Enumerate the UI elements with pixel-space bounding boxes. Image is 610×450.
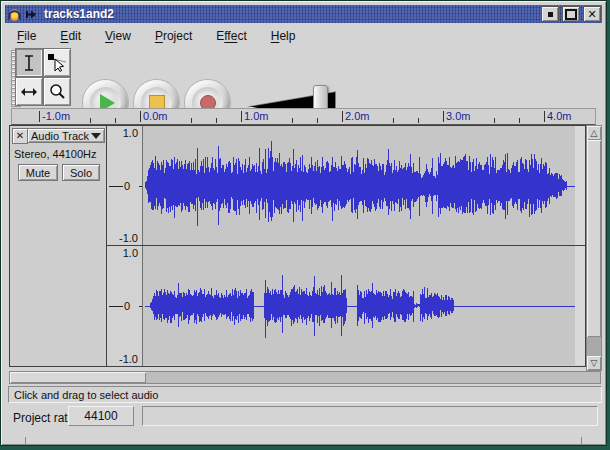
audacity-logo-icon	[7, 7, 22, 22]
status-bar: Click and drag to select audio	[8, 386, 602, 403]
menu-project[interactable]: Project	[155, 29, 192, 43]
close-button[interactable]: ✕	[583, 6, 601, 22]
menu-effect[interactable]: Effect	[216, 29, 246, 43]
horizontal-scrollbar[interactable]	[9, 371, 601, 384]
envelope-cursor-icon	[46, 52, 68, 74]
ruler-minor-tick	[519, 118, 520, 123]
solo-button[interactable]: Solo	[62, 164, 100, 181]
track-close-button[interactable]: ✕	[12, 128, 28, 144]
mute-button[interactable]: Mute	[18, 164, 58, 181]
ruler-minor-tick	[115, 118, 116, 123]
chevron-down-icon	[91, 133, 101, 139]
title-bar[interactable]: tracks1and2 ✕	[5, 5, 602, 23]
app-window: tracks1and2 ✕ File Edit View Project Eff…	[0, 0, 607, 446]
ruler-major-tick	[544, 111, 545, 122]
double-arrow-icon	[19, 82, 39, 102]
window-title: tracks1and2	[44, 7, 114, 21]
vertical-scrollbar-thumb[interactable]	[587, 140, 601, 337]
tool-grid	[15, 48, 73, 106]
close-icon: ✕	[587, 9, 596, 20]
time-ruler[interactable]: -1.0m0.0m1.0m2.0m3.0m4.0m	[11, 108, 596, 125]
ruler-major-tick	[241, 111, 242, 122]
ruler-major-tick	[443, 111, 444, 122]
waveform-channel-right[interactable]	[143, 246, 585, 365]
ibeam-icon	[19, 53, 39, 73]
ruler-minor-tick	[292, 118, 293, 123]
ruler-minor-tick	[317, 118, 318, 123]
ruler-label: 3.0m	[446, 110, 470, 122]
toolbar	[5, 47, 602, 108]
ruler-major-tick	[140, 111, 141, 122]
ruler-label: -1.0m	[42, 110, 70, 122]
menu-bar: File Edit View Project Effect Help	[5, 25, 602, 48]
ruler-minor-tick	[418, 118, 419, 123]
zoom-tool[interactable]	[43, 77, 71, 106]
project-rate-value[interactable]: 44100	[68, 406, 134, 426]
maximize-icon	[565, 9, 577, 20]
status-hint: Click and drag to select audio	[14, 389, 158, 401]
selection-tool[interactable]	[15, 48, 43, 77]
magnifier-icon	[47, 82, 67, 102]
timeshift-tool[interactable]	[15, 77, 43, 106]
channel-right: 1.0 0 -1.0	[107, 246, 585, 366]
status-spare-panel	[142, 406, 598, 426]
frame-grip-right[interactable]	[581, 437, 582, 444]
menu-file[interactable]: File	[17, 29, 36, 43]
ruler-minor-tick	[494, 118, 495, 123]
vertical-scrollbar[interactable]: △ ▽	[586, 125, 602, 371]
ruler-label: 0.0m	[143, 110, 167, 122]
audio-track: ✕ Audio Track Stereo, 44100Hz Mute Solo …	[9, 125, 586, 367]
waveform-channel-left[interactable]	[143, 126, 585, 245]
menu-help[interactable]: Help	[271, 29, 296, 43]
menu-view[interactable]: View	[105, 29, 131, 43]
ruler-label: 2.0m	[345, 110, 369, 122]
channel-left: 1.0 0 -1.0	[107, 126, 585, 246]
client-area: File Edit View Project Effect Help	[5, 25, 602, 438]
ruler-minor-tick	[393, 118, 394, 123]
maximize-button[interactable]	[562, 6, 580, 22]
horizontal-scrollbar-thumb[interactable]	[10, 372, 146, 383]
minimize-icon	[548, 12, 553, 17]
frame-grip-left[interactable]	[25, 437, 26, 444]
envelope-tool[interactable]	[43, 48, 71, 77]
menu-edit[interactable]: Edit	[60, 29, 81, 43]
track-control-panel: ✕ Audio Track Stereo, 44100Hz Mute Solo	[10, 126, 107, 366]
scroll-up-button[interactable]: △	[587, 126, 601, 140]
scroll-down-button[interactable]: ▽	[587, 356, 601, 370]
ruler-minor-tick	[90, 118, 91, 123]
vertical-ruler-right: 1.0 0 -1.0	[107, 246, 143, 366]
ruler-major-tick	[39, 111, 40, 122]
track-info-label: Stereo, 44100Hz	[14, 148, 97, 160]
track-menu-label: Audio Track	[31, 130, 89, 142]
pin-icon[interactable]	[25, 8, 38, 21]
vertical-ruler-left: 1.0 0 -1.0	[107, 126, 143, 245]
ruler-label: 4.0m	[547, 110, 571, 122]
ruler-major-tick	[342, 111, 343, 122]
minimize-button[interactable]	[541, 6, 559, 22]
ruler-minor-tick	[216, 118, 217, 123]
track-menu-dropdown[interactable]: Audio Track	[27, 128, 105, 143]
ruler-minor-tick	[191, 118, 192, 123]
ruler-label: 1.0m	[244, 110, 268, 122]
